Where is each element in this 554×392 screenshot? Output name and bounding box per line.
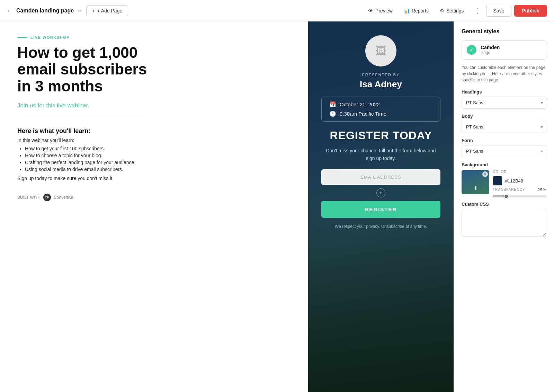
- register-desc: Don't miss your chance. Fill out the for…: [321, 147, 440, 162]
- add-page-label: + Add Page: [97, 8, 122, 14]
- date-text: October 21, 2022: [340, 101, 380, 107]
- calendar-icon: 📅: [329, 101, 336, 108]
- preview-icon: 👁: [368, 8, 373, 14]
- time-text: 9:30am Pacific Time: [340, 111, 386, 117]
- headings-select[interactable]: PT Sans: [462, 97, 546, 109]
- avatar: 🖼: [365, 35, 396, 66]
- page-card-name: Camden: [481, 45, 500, 50]
- edit-icon[interactable]: ✏: [78, 8, 82, 14]
- date-time-box: 📅 October 21, 2022 🕐 9:30am Pacific Time: [321, 97, 440, 122]
- remove-bg-button[interactable]: ✕: [482, 171, 488, 177]
- avatar-icon: 🖼: [375, 45, 386, 57]
- page-card-info: Camden Page: [481, 45, 500, 55]
- tag-dash: [17, 37, 27, 38]
- publish-button[interactable]: Publish: [514, 5, 547, 17]
- ck-logo-circle: CK: [43, 194, 51, 201]
- page-card-type: Page: [481, 50, 500, 55]
- section-title: Here is what you'll learn:: [17, 127, 291, 135]
- reports-label: Reports: [412, 8, 429, 14]
- sign-up-text: Sign up today to make sure you don't mis…: [17, 176, 291, 181]
- register-title: REGISTER TODAY: [330, 129, 432, 142]
- page-title: Camden landing page: [16, 8, 74, 14]
- settings-icon: ⚙: [440, 8, 444, 14]
- time-row: 🕐 9:30am Pacific Time: [329, 110, 432, 117]
- reports-icon: 📊: [404, 8, 410, 14]
- divider-line: [17, 119, 149, 119]
- built-with: BUILT WITH CK ConvertKit: [17, 194, 291, 201]
- slider-thumb: [504, 194, 509, 199]
- list-item: How to choose a topic for your blog.: [25, 153, 291, 158]
- settings-label: Settings: [446, 8, 464, 14]
- clock-icon: 🕐: [329, 110, 336, 117]
- form-select[interactable]: PT Sans: [462, 145, 546, 157]
- tag-line-wrapper: LIVE WORKSHOP: [17, 35, 291, 39]
- email-input[interactable]: EMAIL ADDRESS: [321, 169, 440, 185]
- plus-icon: +: [92, 8, 95, 14]
- settings-button[interactable]: ⚙ Settings: [436, 6, 468, 16]
- presented-by-label: PRESENTED BY: [362, 73, 400, 77]
- transparency-slider[interactable]: [493, 195, 546, 197]
- check-icon: ✓: [470, 47, 474, 53]
- back-button[interactable]: ←: [7, 8, 12, 14]
- body-select-wrapper: PT Sans ▾: [462, 121, 546, 133]
- main-heading: How to get 1,000 email subscribers in 3 …: [17, 44, 163, 95]
- transparency-label: TRANSPARENCY 25%: [493, 188, 546, 192]
- center-content: 🖼 PRESENTED BY Isa Adney 📅 October 21, 2…: [308, 21, 454, 240]
- color-swatch[interactable]: [493, 176, 502, 186]
- bullet-list: How to get your first 100 subscribers. H…: [17, 146, 291, 172]
- background-label: Background: [462, 162, 546, 167]
- reports-button[interactable]: 📊 Reports: [400, 6, 433, 16]
- custom-css-label: Custom CSS: [462, 202, 546, 207]
- headings-select-wrapper: PT Sans ▾: [462, 97, 546, 109]
- add-page-button[interactable]: + + Add Page: [86, 5, 128, 16]
- transparency-value: 25%: [538, 188, 546, 192]
- body-label: Body: [462, 114, 546, 119]
- register-button[interactable]: REGISTER: [321, 201, 440, 218]
- ck-icon: CK: [45, 196, 49, 199]
- upload-icon: ⬆: [473, 185, 478, 191]
- main-layout: LIVE WORKSHOP How to get 1,000 email sub…: [0, 21, 554, 392]
- tag-label: LIVE WORKSHOP: [30, 35, 70, 39]
- custom-css-textarea[interactable]: [462, 209, 546, 237]
- save-button[interactable]: Save: [486, 5, 512, 17]
- built-with-label: BUILT WITH: [17, 195, 41, 200]
- customize-text: You can customize each element on the pa…: [462, 64, 546, 83]
- presenter-name: Isa Adney: [360, 79, 402, 90]
- topbar-left: ← Camden landing page ✏ + + Add Page: [7, 5, 128, 16]
- topbar: ← Camden landing page ✏ + + Add Page 👁 P…: [0, 0, 554, 21]
- left-panel: LIVE WORKSHOP How to get 1,000 email sub…: [0, 21, 308, 392]
- topbar-right: 👁 Preview 📊 Reports ⚙ Settings ⋮ Save Pu…: [364, 5, 547, 17]
- center-panel: 🖼 PRESENTED BY Isa Adney 📅 October 21, 2…: [308, 21, 454, 392]
- privacy-text: We respect your privacy. Unsubscribe at …: [335, 223, 427, 230]
- brand-name: ConvertKit: [54, 195, 73, 200]
- date-row: 📅 October 21, 2022: [329, 101, 432, 108]
- list-item: How to get your first 100 subscribers.: [25, 146, 291, 151]
- page-card[interactable]: ✓ Camden Page: [462, 40, 546, 60]
- headings-label: Headings: [462, 89, 546, 95]
- form-label: Form: [462, 138, 546, 143]
- section-intro: In this webinar you'll learn:: [17, 137, 291, 143]
- plus-circle-icon: +: [376, 188, 385, 197]
- more-button[interactable]: ⋮: [471, 7, 483, 15]
- color-controls: COLOR #112B48 TRANSPARENCY 25%: [493, 170, 546, 197]
- body-select[interactable]: PT Sans: [462, 121, 546, 133]
- color-swatch-row: #112B48: [493, 176, 546, 186]
- list-item: Crafting the perfect landing page for yo…: [25, 160, 291, 165]
- panel-title: General styles: [462, 28, 546, 35]
- right-panel: General styles ✓ Camden Page You can cus…: [454, 21, 554, 392]
- preview-label: Preview: [375, 8, 393, 14]
- color-label: COLOR: [493, 170, 546, 174]
- bg-thumbnail[interactable]: ✕ ⬆: [462, 170, 489, 194]
- preview-button[interactable]: 👁 Preview: [364, 6, 397, 16]
- form-select-wrapper: PT Sans ▾: [462, 145, 546, 157]
- page-dot: ✓: [467, 45, 476, 55]
- plus-divider: +: [376, 188, 385, 197]
- back-arrow-icon: ←: [7, 8, 12, 14]
- bg-row: ✕ ⬆ COLOR #112B48 TRANSPARENCY 25%: [462, 170, 546, 197]
- list-item: Using social media to drive email subscr…: [25, 167, 291, 172]
- subtext: Join us for this live webinar.: [17, 102, 291, 109]
- color-hex: #112B48: [505, 178, 523, 184]
